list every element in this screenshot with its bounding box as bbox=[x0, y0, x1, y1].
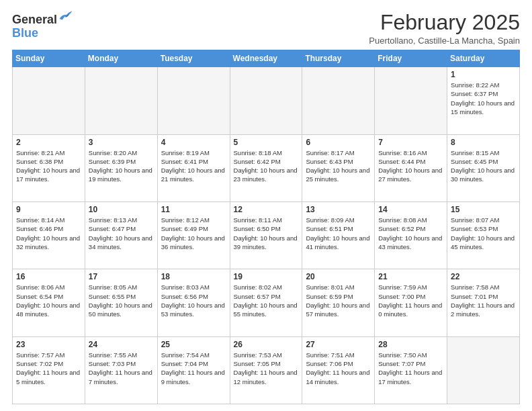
day-cell: 13 Sunrise: 8:09 AMSunset: 6:51 PMDaylig… bbox=[302, 201, 375, 269]
day-info: Sunrise: 8:12 AMSunset: 6:49 PMDaylight:… bbox=[161, 216, 226, 251]
weekday-thursday: Thursday bbox=[302, 50, 375, 67]
day-cell: 24 Sunrise: 7:55 AMSunset: 7:03 PMDaylig… bbox=[85, 336, 157, 404]
day-cell: 15 Sunrise: 8:07 AMSunset: 6:53 PMDaylig… bbox=[447, 201, 520, 269]
day-cell: 4 Sunrise: 8:19 AMSunset: 6:41 PMDayligh… bbox=[157, 134, 230, 201]
day-number: 9 bbox=[16, 205, 81, 214]
day-cell: 9 Sunrise: 8:14 AMSunset: 6:46 PMDayligh… bbox=[13, 201, 85, 269]
day-info: Sunrise: 8:18 AMSunset: 6:42 PMDaylight:… bbox=[234, 148, 299, 184]
week-row-4: 23 Sunrise: 7:57 AMSunset: 7:02 PMDaylig… bbox=[13, 336, 520, 404]
location: Puertollano, Castille-La Mancha, Spain bbox=[369, 36, 520, 46]
day-number: 11 bbox=[161, 205, 226, 214]
day-cell bbox=[230, 67, 302, 134]
day-number: 2 bbox=[16, 138, 81, 147]
day-number: 20 bbox=[306, 272, 371, 281]
logo-bird-icon bbox=[58, 9, 73, 24]
day-info: Sunrise: 8:14 AMSunset: 6:46 PMDaylight:… bbox=[16, 216, 81, 251]
day-info: Sunrise: 8:08 AMSunset: 6:52 PMDaylight:… bbox=[378, 216, 443, 251]
day-number: 22 bbox=[451, 272, 516, 281]
day-cell: 7 Sunrise: 8:16 AMSunset: 6:44 PMDayligh… bbox=[375, 134, 447, 201]
day-info: Sunrise: 7:58 AMSunset: 7:01 PMDaylight:… bbox=[451, 283, 516, 318]
day-info: Sunrise: 7:54 AMSunset: 7:04 PMDaylight:… bbox=[161, 351, 226, 386]
day-number: 27 bbox=[306, 340, 371, 349]
day-info: Sunrise: 8:11 AMSunset: 6:50 PMDaylight:… bbox=[234, 216, 299, 251]
day-number: 25 bbox=[161, 340, 226, 349]
day-info: Sunrise: 8:03 AMSunset: 6:56 PMDaylight:… bbox=[161, 283, 226, 318]
weekday-tuesday: Tuesday bbox=[157, 50, 230, 67]
day-number: 5 bbox=[234, 138, 299, 147]
logo-blue: Blue bbox=[12, 26, 38, 40]
day-cell: 1 Sunrise: 8:22 AMSunset: 6:37 PMDayligh… bbox=[447, 67, 520, 134]
weekday-sunday: Sunday bbox=[13, 50, 85, 67]
day-number: 18 bbox=[161, 272, 226, 281]
day-cell: 5 Sunrise: 8:18 AMSunset: 6:42 PMDayligh… bbox=[230, 134, 302, 201]
day-number: 14 bbox=[378, 205, 443, 214]
day-info: Sunrise: 8:20 AMSunset: 6:39 PMDaylight:… bbox=[89, 148, 154, 184]
day-number: 8 bbox=[451, 138, 516, 147]
day-cell: 28 Sunrise: 7:50 AMSunset: 7:07 PMDaylig… bbox=[375, 336, 447, 404]
weekday-saturday: Saturday bbox=[447, 50, 520, 67]
weekday-friday: Friday bbox=[375, 50, 447, 67]
weekday-row: SundayMondayTuesdayWednesdayThursdayFrid… bbox=[13, 50, 520, 67]
day-cell: 10 Sunrise: 8:13 AMSunset: 6:47 PMDaylig… bbox=[85, 201, 157, 269]
day-number: 21 bbox=[378, 272, 443, 281]
day-cell: 18 Sunrise: 8:03 AMSunset: 6:56 PMDaylig… bbox=[157, 269, 230, 336]
title-block: February 2025 Puertollano, Castille-La M… bbox=[369, 11, 520, 46]
week-row-0: 1 Sunrise: 8:22 AMSunset: 6:37 PMDayligh… bbox=[13, 67, 520, 134]
day-cell bbox=[375, 67, 447, 134]
day-number: 10 bbox=[89, 205, 154, 214]
day-info: Sunrise: 8:01 AMSunset: 6:59 PMDaylight:… bbox=[306, 283, 371, 318]
day-cell bbox=[157, 67, 230, 134]
header: General Blue February 2025 Puertollano, … bbox=[12, 11, 520, 46]
week-row-3: 16 Sunrise: 8:06 AMSunset: 6:54 PMDaylig… bbox=[13, 269, 520, 336]
day-number: 6 bbox=[306, 138, 371, 147]
day-cell bbox=[447, 336, 520, 404]
day-info: Sunrise: 8:16 AMSunset: 6:44 PMDaylight:… bbox=[378, 148, 443, 184]
day-info: Sunrise: 8:13 AMSunset: 6:47 PMDaylight:… bbox=[89, 216, 154, 251]
day-info: Sunrise: 7:51 AMSunset: 7:06 PMDaylight:… bbox=[306, 351, 371, 386]
day-cell: 3 Sunrise: 8:20 AMSunset: 6:39 PMDayligh… bbox=[85, 134, 157, 201]
day-cell: 20 Sunrise: 8:01 AMSunset: 6:59 PMDaylig… bbox=[302, 269, 375, 336]
day-number: 15 bbox=[451, 205, 516, 214]
day-info: Sunrise: 8:06 AMSunset: 6:54 PMDaylight:… bbox=[16, 283, 81, 318]
day-cell: 14 Sunrise: 8:08 AMSunset: 6:52 PMDaylig… bbox=[375, 201, 447, 269]
day-number: 19 bbox=[234, 272, 299, 281]
day-cell: 17 Sunrise: 8:05 AMSunset: 6:55 PMDaylig… bbox=[85, 269, 157, 336]
day-cell: 6 Sunrise: 8:17 AMSunset: 6:43 PMDayligh… bbox=[302, 134, 375, 201]
day-info: Sunrise: 8:21 AMSunset: 6:38 PMDaylight:… bbox=[16, 148, 81, 184]
day-cell: 11 Sunrise: 8:12 AMSunset: 6:49 PMDaylig… bbox=[157, 201, 230, 269]
day-number: 28 bbox=[378, 340, 443, 349]
day-info: Sunrise: 8:07 AMSunset: 6:53 PMDaylight:… bbox=[451, 216, 516, 251]
day-number: 4 bbox=[161, 138, 226, 147]
weekday-wednesday: Wednesday bbox=[230, 50, 302, 67]
day-cell: 23 Sunrise: 7:57 AMSunset: 7:02 PMDaylig… bbox=[13, 336, 85, 404]
page: General Blue February 2025 Puertollano, … bbox=[0, 0, 532, 411]
day-number: 13 bbox=[306, 205, 371, 214]
day-info: Sunrise: 7:59 AMSunset: 7:00 PMDaylight:… bbox=[378, 283, 443, 318]
day-number: 1 bbox=[451, 70, 516, 79]
day-cell: 21 Sunrise: 7:59 AMSunset: 7:00 PMDaylig… bbox=[375, 269, 447, 336]
day-cell: 25 Sunrise: 7:54 AMSunset: 7:04 PMDaylig… bbox=[157, 336, 230, 404]
week-row-2: 9 Sunrise: 8:14 AMSunset: 6:46 PMDayligh… bbox=[13, 201, 520, 269]
day-info: Sunrise: 8:05 AMSunset: 6:55 PMDaylight:… bbox=[89, 283, 154, 318]
day-number: 12 bbox=[234, 205, 299, 214]
day-info: Sunrise: 7:53 AMSunset: 7:05 PMDaylight:… bbox=[234, 351, 299, 386]
day-info: Sunrise: 7:55 AMSunset: 7:03 PMDaylight:… bbox=[89, 351, 154, 386]
day-cell: 27 Sunrise: 7:51 AMSunset: 7:06 PMDaylig… bbox=[302, 336, 375, 404]
day-number: 23 bbox=[16, 340, 81, 349]
calendar: SundayMondayTuesdayWednesdayThursdayFrid… bbox=[12, 50, 520, 404]
day-cell: 2 Sunrise: 8:21 AMSunset: 6:38 PMDayligh… bbox=[13, 134, 85, 201]
calendar-header: SundayMondayTuesdayWednesdayThursdayFrid… bbox=[13, 50, 520, 67]
day-number: 16 bbox=[16, 272, 81, 281]
day-cell: 16 Sunrise: 8:06 AMSunset: 6:54 PMDaylig… bbox=[13, 269, 85, 336]
day-info: Sunrise: 8:19 AMSunset: 6:41 PMDaylight:… bbox=[161, 148, 226, 184]
day-info: Sunrise: 7:50 AMSunset: 7:07 PMDaylight:… bbox=[378, 351, 443, 386]
day-cell: 26 Sunrise: 7:53 AMSunset: 7:05 PMDaylig… bbox=[230, 336, 302, 404]
day-info: Sunrise: 7:57 AMSunset: 7:02 PMDaylight:… bbox=[16, 351, 81, 386]
day-number: 7 bbox=[378, 138, 443, 147]
day-cell: 12 Sunrise: 8:11 AMSunset: 6:50 PMDaylig… bbox=[230, 201, 302, 269]
logo-blue-text: Blue bbox=[12, 27, 73, 40]
month-title: February 2025 bbox=[369, 11, 520, 34]
day-cell bbox=[302, 67, 375, 134]
day-number: 3 bbox=[89, 138, 154, 147]
day-info: Sunrise: 8:02 AMSunset: 6:57 PMDaylight:… bbox=[234, 283, 299, 318]
